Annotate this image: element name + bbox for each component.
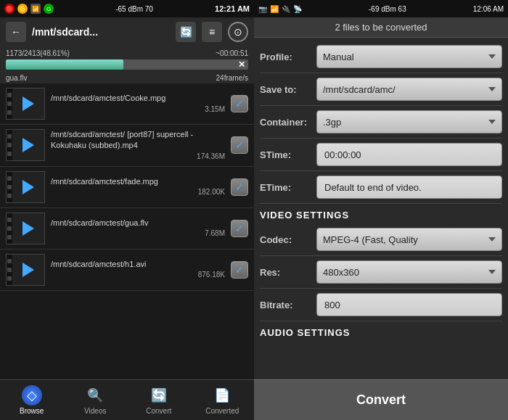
- bitrate-label: Bitrate:: [260, 300, 311, 310]
- right-panel: 📷 📶 🔌 📡 -69 dBm 63 12:06 AM 2 files to b…: [254, 0, 508, 420]
- back-button[interactable]: ←: [6, 22, 26, 42]
- file-thumb-5: [6, 254, 45, 286]
- refresh-button[interactable]: 🔄: [176, 22, 196, 42]
- profile-control: Manual: [316, 45, 502, 68]
- list-item[interactable]: /mnt/sdcard/amctest/Cooke.mpg 3.15M ✓: [0, 83, 254, 125]
- res-control: 480x360: [316, 260, 502, 284]
- saveto-control: /mnt/sdcard/amc/: [316, 78, 502, 101]
- videos-icon: 🔍: [85, 385, 105, 405]
- status-icon-1: 🔴: [4, 4, 15, 14]
- status-icons-left: 🔴 🟡 📶 G: [4, 4, 54, 14]
- codec-dropdown[interactable]: MPEG-4 (Fast, Quality: [316, 228, 502, 251]
- bitrate-control: 800: [316, 293, 502, 316]
- files-count: 2 files to be converted: [335, 22, 427, 33]
- play-icon-4: [22, 221, 34, 236]
- status-signal-right: -69 dBm 63: [369, 5, 406, 13]
- convert-button-label: Convert: [356, 392, 406, 408]
- convert-button[interactable]: Convert: [254, 379, 508, 420]
- status-time-right: 12:06 AM: [473, 5, 504, 13]
- top-bar: ← /mnt/sdcard... 🔄 ≡ ⊙: [0, 17, 254, 46]
- list-item[interactable]: /mnt/sdcard/amctest/h1.avi 876.18K ✓: [0, 250, 254, 291]
- r-icon-3: 🔌: [282, 5, 290, 13]
- file-path-4: /mnt/sdcard/amctest/gua.flv 7.68M: [51, 218, 225, 239]
- audio-section-header: AUDIO SETTINGS: [260, 321, 502, 341]
- container-control: .3gp: [316, 110, 502, 133]
- progress-track: ✕: [6, 59, 248, 70]
- checkbox-3[interactable]: ✓: [231, 178, 248, 196]
- checkbox-2[interactable]: ✓: [231, 136, 248, 154]
- file-size-5: 876.18K: [51, 270, 225, 280]
- container-label: Container:: [260, 117, 311, 128]
- res-row: Res: 480x360: [260, 256, 502, 289]
- saveto-arrow: [488, 87, 496, 91]
- nav-converted[interactable]: 📄 Converted: [191, 380, 255, 420]
- file-size-3: 182.00K: [51, 187, 225, 197]
- bottom-nav: ◇ Browse 🔍 Videos 🔄 Convert 📄 Converted: [0, 379, 254, 420]
- list-item[interactable]: /mnt/sdcard/amctest/gua.flv 7.68M ✓: [0, 208, 254, 250]
- menu-button[interactable]: ≡: [202, 22, 222, 42]
- sub-info: gua.flv 24frame/s: [0, 73, 254, 83]
- file-path-3: /mnt/sdcard/amctest/fade.mpg 182.00K: [51, 176, 225, 197]
- r-icon-1: 📷: [258, 5, 267, 13]
- status-time-left: 12:21 AM: [215, 4, 250, 13]
- stime-value: 00:00:00: [324, 149, 361, 160]
- nav-convert[interactable]: 🔄 Convert: [127, 380, 191, 420]
- profile-row: Profile: Manual: [260, 41, 502, 73]
- checkbox-4[interactable]: ✓: [231, 220, 248, 237]
- settings-area: Profile: Manual Save to: /mnt/sdcard/amc…: [254, 38, 508, 379]
- container-dropdown[interactable]: .3gp: [316, 110, 502, 133]
- profile-value: Manual: [323, 52, 354, 62]
- nav-videos-label: Videos: [84, 407, 106, 415]
- codec-row: Codec: MPEG-4 (Fast, Quality: [260, 223, 502, 256]
- list-item[interactable]: /mnt/sdcard/amctest/ [port87] supercell …: [0, 125, 254, 167]
- play-icon-2: [22, 138, 34, 152]
- checkbox-5[interactable]: ✓: [231, 261, 248, 279]
- file-size-2: 174.36M: [51, 152, 225, 162]
- etime-value: Default to end of video.: [324, 182, 422, 193]
- file-thumb-3: [6, 171, 45, 203]
- browse-icon: ◇: [22, 385, 42, 405]
- checkbox-1[interactable]: ✓: [231, 95, 248, 112]
- play-icon-1: [22, 96, 34, 111]
- stime-input[interactable]: 00:00:00: [316, 143, 502, 166]
- nav-browse[interactable]: ◇ Browse: [0, 380, 64, 420]
- file-path-5: /mnt/sdcard/amctest/h1.avi 876.18K: [51, 259, 225, 280]
- status-signal-left: -65 dBm 70: [115, 5, 153, 13]
- settings-button[interactable]: ⊙: [228, 22, 248, 42]
- status-bar-left: 🔴 🟡 📶 G -65 dBm 70 12:21 AM: [0, 0, 254, 17]
- saveto-label: Save to:: [260, 84, 311, 95]
- profile-dropdown[interactable]: Manual: [316, 45, 502, 68]
- res-label: Res:: [260, 267, 311, 278]
- nav-videos[interactable]: 🔍 Videos: [64, 380, 128, 420]
- file-thumb-4: [6, 213, 45, 244]
- etime-input[interactable]: Default to end of video.: [316, 176, 502, 199]
- status-bar-right: 📷 📶 🔌 📡 -69 dBm 63 12:06 AM: [254, 0, 508, 17]
- play-icon-3: [22, 180, 34, 194]
- codec-arrow: [488, 237, 496, 242]
- status-icon-3: 📶: [30, 4, 41, 14]
- play-icon-5: [22, 263, 34, 277]
- progress-area: 1173/2413(48.61%) ~00:00:51 ✕: [0, 46, 254, 73]
- list-item[interactable]: /mnt/sdcard/amctest/fade.mpg 182.00K ✓: [0, 167, 254, 208]
- status-icon-4: G: [44, 4, 54, 14]
- framerate: 24frame/s: [216, 74, 248, 82]
- codec-control: MPEG-4 (Fast, Quality: [316, 228, 502, 251]
- codec-label: Codec:: [260, 234, 311, 245]
- saveto-dropdown[interactable]: /mnt/sdcard/amc/: [316, 78, 502, 101]
- current-filename: gua.flv: [6, 74, 27, 82]
- container-value: .3gp: [323, 117, 341, 128]
- nav-convert-label: Convert: [146, 407, 171, 415]
- file-size-1: 3.15M: [51, 104, 225, 115]
- profile-arrow: [488, 54, 496, 59]
- left-panel: 🔴 🟡 📶 G -65 dBm 70 12:21 AM ← /mnt/sdcar…: [0, 0, 254, 420]
- file-path-2: /mnt/sdcard/amctest/ [port87] supercell …: [51, 129, 225, 162]
- bitrate-input[interactable]: 800: [316, 293, 502, 316]
- r-icon-4: 📡: [293, 5, 302, 13]
- progress-fill: [6, 59, 123, 70]
- stime-label: STime:: [260, 149, 311, 160]
- progress-close[interactable]: ✕: [238, 59, 245, 70]
- res-dropdown[interactable]: 480x360: [316, 260, 502, 284]
- res-arrow: [488, 270, 496, 274]
- file-path-1: /mnt/sdcard/amctest/Cooke.mpg 3.15M: [51, 93, 225, 114]
- r-icon-2: 📶: [270, 5, 279, 13]
